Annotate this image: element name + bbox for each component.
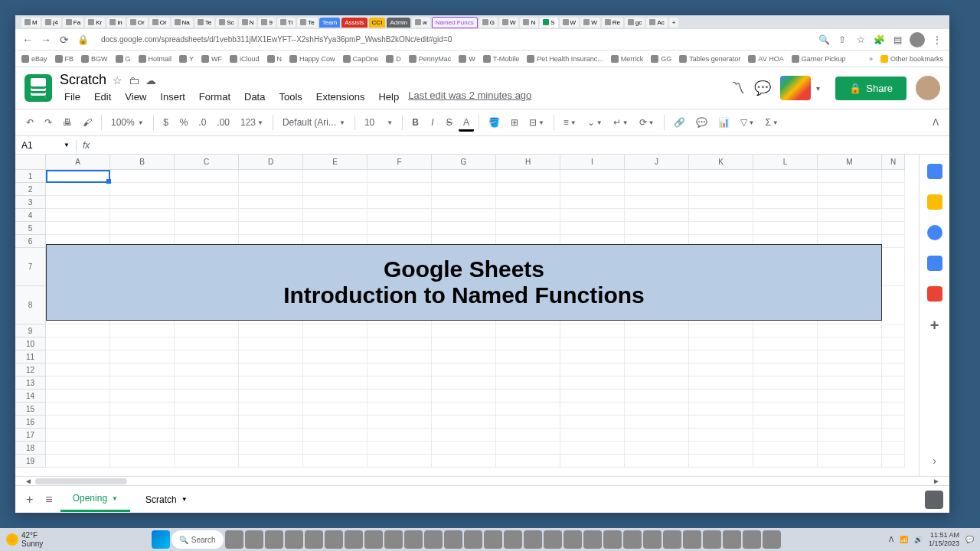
cell[interactable] <box>753 196 818 209</box>
cell[interactable] <box>753 183 818 196</box>
cell[interactable] <box>625 403 689 416</box>
row-header[interactable]: 5 <box>15 222 46 235</box>
browser-tab[interactable]: Admin <box>387 18 410 28</box>
taskbar-app-icon[interactable] <box>384 530 403 549</box>
cell[interactable] <box>432 442 496 455</box>
taskbar-app-icon[interactable] <box>245 530 263 549</box>
browser-tab[interactable]: Te <box>297 18 317 28</box>
collapse-side-panel-icon[interactable]: › <box>933 455 936 467</box>
cell[interactable] <box>496 377 560 390</box>
cell[interactable] <box>753 377 818 390</box>
all-sheets-button[interactable]: ≡ <box>41 488 57 511</box>
cell[interactable] <box>303 337 368 350</box>
cell[interactable] <box>753 442 818 455</box>
col-header[interactable]: I <box>560 155 625 170</box>
cell[interactable] <box>560 350 625 364</box>
cell[interactable] <box>882 222 905 235</box>
font-size-select[interactable]: 10▼ <box>360 114 397 131</box>
cell[interactable] <box>753 416 818 429</box>
cell[interactable] <box>46 403 110 416</box>
browser-tab[interactable]: W <box>499 18 519 28</box>
sheet-tab-scratch[interactable]: Scratch▼ <box>133 488 200 511</box>
clock[interactable]: 11:51 AM 1/15/2023 <box>929 531 959 548</box>
taskbar-app-icon[interactable] <box>424 530 443 549</box>
cell[interactable] <box>625 350 689 364</box>
cell[interactable] <box>368 183 432 196</box>
cell[interactable] <box>110 350 175 364</box>
cell[interactable] <box>753 170 818 183</box>
more-formats-button[interactable]: 123▼ <box>236 114 268 131</box>
cell[interactable] <box>239 416 303 429</box>
taskbar-app-icon[interactable] <box>723 530 741 549</box>
cell[interactable] <box>303 377 368 390</box>
col-header[interactable]: A <box>46 155 110 170</box>
cell[interactable] <box>818 337 882 350</box>
taskbar-app-icon[interactable] <box>643 530 662 549</box>
lock-icon[interactable]: 🔒 <box>77 34 89 46</box>
v-align-button[interactable]: ⌄▼ <box>583 114 607 131</box>
bookmark[interactable]: Merrick <box>611 55 644 63</box>
cell[interactable] <box>753 390 818 403</box>
cell[interactable] <box>818 196 882 209</box>
cell[interactable] <box>175 196 239 209</box>
cell[interactable] <box>303 196 368 209</box>
menu-icon[interactable]: ⋮ <box>931 34 943 46</box>
bookmark[interactable]: AV HOA <box>748 55 783 63</box>
cell[interactable] <box>432 196 496 209</box>
cell[interactable] <box>110 377 175 390</box>
cell[interactable] <box>560 209 625 222</box>
col-header[interactable]: C <box>175 155 239 170</box>
cell[interactable] <box>239 455 303 468</box>
cell[interactable] <box>818 390 882 403</box>
cell[interactable] <box>753 337 818 350</box>
cell[interactable] <box>882 442 905 455</box>
cell[interactable] <box>689 442 753 455</box>
cell[interactable] <box>882 364 905 377</box>
taskbar-app-icon[interactable] <box>265 530 283 549</box>
taskbar-app-icon[interactable] <box>444 530 462 549</box>
chart-button[interactable]: 📊 <box>714 114 734 131</box>
browser-tab[interactable]: N <box>520 18 538 28</box>
cell[interactable] <box>689 364 753 377</box>
zoom-select[interactable]: 100%▼ <box>106 114 149 131</box>
taskbar-app-icon[interactable] <box>524 530 542 549</box>
row-header[interactable]: 13 <box>15 377 46 390</box>
bookmark[interactable]: G <box>116 55 131 63</box>
cell[interactable] <box>303 170 368 183</box>
cell[interactable] <box>175 324 239 337</box>
share-button[interactable]: 🔒 Share <box>835 77 906 100</box>
cell[interactable] <box>110 337 175 350</box>
browser-tab[interactable]: W <box>560 18 580 28</box>
cell[interactable] <box>560 324 625 337</box>
profile-avatar[interactable] <box>910 32 925 47</box>
cell[interactable] <box>432 416 496 429</box>
cell[interactable] <box>882 403 905 416</box>
row-header[interactable]: 6 <box>15 235 46 248</box>
cell[interactable] <box>175 429 239 442</box>
cell[interactable] <box>882 324 905 337</box>
bookmark[interactable]: PennyMac <box>409 55 452 63</box>
cell[interactable] <box>625 183 689 196</box>
cell[interactable] <box>110 324 175 337</box>
cell[interactable] <box>368 350 432 364</box>
row-header[interactable]: 1 <box>15 170 46 183</box>
bookmark-star-icon[interactable]: ☆ <box>854 34 867 46</box>
borders-button[interactable]: ⊞ <box>506 114 523 131</box>
cell[interactable] <box>753 350 818 364</box>
cell[interactable] <box>882 390 905 403</box>
cell[interactable] <box>368 403 432 416</box>
cell[interactable] <box>818 455 882 468</box>
cell[interactable] <box>46 416 110 429</box>
bookmark[interactable]: FB <box>55 55 74 63</box>
cell[interactable] <box>175 337 239 350</box>
cell[interactable] <box>175 377 239 390</box>
cell[interactable] <box>689 390 753 403</box>
menu-tools[interactable]: Tools <box>274 90 306 104</box>
cell[interactable] <box>496 350 560 364</box>
cell[interactable] <box>432 364 496 377</box>
cell[interactable] <box>689 403 753 416</box>
browser-tab[interactable]: CCI <box>369 18 386 28</box>
cell[interactable] <box>110 364 175 377</box>
taskbar-app-icon[interactable] <box>285 530 303 549</box>
bookmark[interactable]: Pet Health Insuranc... <box>527 55 603 63</box>
